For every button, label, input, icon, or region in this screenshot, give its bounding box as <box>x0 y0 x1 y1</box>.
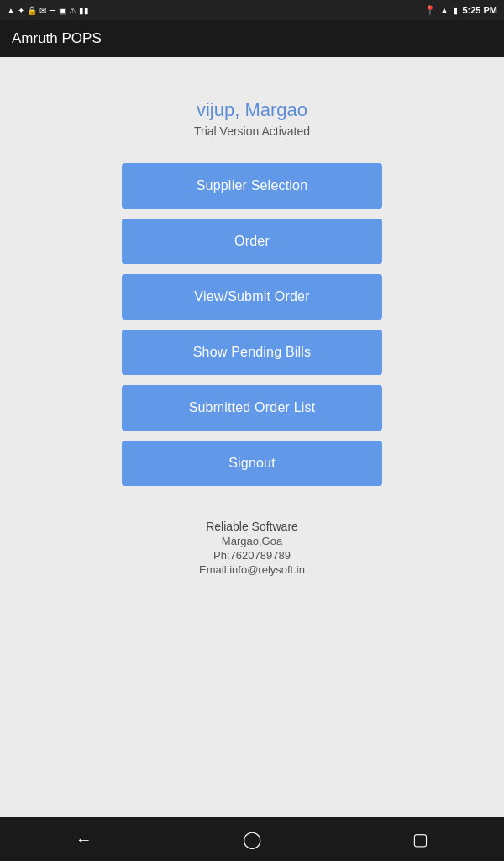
view-submit-order-button[interactable]: View/Submit Order <box>122 274 382 320</box>
signal-icon: ▲ <box>7 6 15 15</box>
extra-icon1: ✦ <box>18 6 24 15</box>
back-nav-icon[interactable]: ← <box>76 830 92 849</box>
main-content: vijup, Margao Trial Version Activated Su… <box>0 57 504 817</box>
status-icons-left: ▲ ✦ 🔒 ✉ ☰ ▣ ⚠ ▮▮ <box>7 6 89 15</box>
home-nav-icon[interactable]: ◯ <box>243 829 261 849</box>
buttons-container: Supplier Selection Order View/Submit Ord… <box>122 163 382 486</box>
battery-right-icon: ▮ <box>453 5 458 16</box>
footer-phone: Ph:7620789789 <box>213 549 291 562</box>
footer-company: Reliable Software <box>206 520 298 533</box>
time-display: 5:25 PM <box>462 5 497 15</box>
submitted-order-list-button[interactable]: Submitted Order List <box>122 385 382 430</box>
app-bar: Amruth POPS <box>0 20 504 57</box>
user-name: vijup, Margao <box>197 99 307 121</box>
extra-icon2: 🔒 <box>27 6 37 15</box>
extra-icon3: ✉ <box>39 6 46 15</box>
status-bar: ▲ ✦ 🔒 ✉ ☰ ▣ ⚠ ▮▮ 📍 ▲ ▮ 5:25 PM <box>0 0 504 20</box>
footer-email: Email:info@relysoft.in <box>199 563 305 576</box>
footer-city: Margao,Goa <box>222 535 282 547</box>
extra-icon4: ☰ <box>49 6 56 15</box>
recents-nav-icon[interactable]: ▢ <box>412 829 428 849</box>
show-pending-bills-button[interactable]: Show Pending Bills <box>122 330 382 375</box>
status-right: 📍 ▲ ▮ 5:25 PM <box>424 5 497 16</box>
supplier-selection-button[interactable]: Supplier Selection <box>122 163 382 209</box>
extra-icon6: ⚠ <box>69 6 76 15</box>
wifi-icon: ▲ <box>440 5 449 15</box>
order-button[interactable]: Order <box>122 219 382 264</box>
nav-bar: ← ◯ ▢ <box>0 817 504 861</box>
footer-info: Reliable Software Margao,Goa Ph:76207897… <box>199 520 305 576</box>
trial-text: Trial Version Activated <box>194 124 310 138</box>
extra-icon5: ▣ <box>59 6 66 15</box>
battery-icon: ▮▮ <box>79 6 89 15</box>
signout-button[interactable]: Signout <box>122 441 382 486</box>
app-title: Amruth POPS <box>12 30 102 47</box>
location-icon: 📍 <box>424 5 436 16</box>
